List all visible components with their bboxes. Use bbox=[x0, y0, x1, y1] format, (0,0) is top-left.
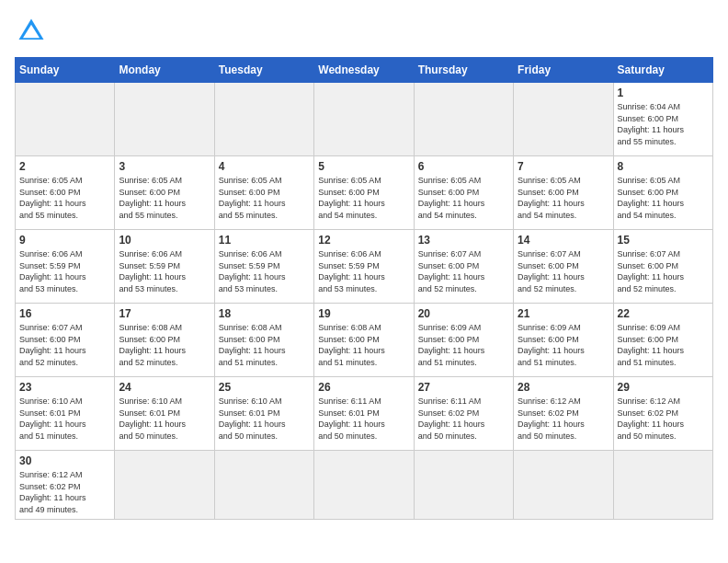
calendar-cell: 5Sunrise: 6:05 AM Sunset: 6:00 PM Daylig… bbox=[314, 156, 414, 230]
day-number: 7 bbox=[518, 160, 609, 173]
day-number: 11 bbox=[219, 234, 310, 247]
calendar-cell: 14Sunrise: 6:07 AM Sunset: 6:00 PM Dayli… bbox=[514, 230, 613, 304]
day-number: 12 bbox=[318, 234, 409, 247]
calendar-cell bbox=[514, 83, 613, 156]
day-info: Sunrise: 6:07 AM Sunset: 6:00 PM Dayligh… bbox=[19, 322, 110, 368]
calendar-cell: 8Sunrise: 6:05 AM Sunset: 6:00 PM Daylig… bbox=[613, 156, 712, 230]
day-number: 2 bbox=[19, 160, 110, 173]
day-info: Sunrise: 6:05 AM Sunset: 6:00 PM Dayligh… bbox=[418, 175, 509, 221]
calendar-cell: 21Sunrise: 6:09 AM Sunset: 6:00 PM Dayli… bbox=[514, 304, 613, 377]
calendar-cell: 28Sunrise: 6:12 AM Sunset: 6:02 PM Dayli… bbox=[514, 377, 613, 451]
day-number: 27 bbox=[418, 381, 509, 394]
day-info: Sunrise: 6:05 AM Sunset: 6:00 PM Dayligh… bbox=[618, 175, 709, 221]
week-row-5: 30Sunrise: 6:12 AM Sunset: 6:02 PM Dayli… bbox=[16, 451, 713, 520]
calendar-cell bbox=[214, 451, 313, 520]
calendar-cell bbox=[115, 83, 214, 156]
week-row-0: 1Sunrise: 6:04 AM Sunset: 6:00 PM Daylig… bbox=[16, 83, 713, 156]
calendar-cell: 17Sunrise: 6:08 AM Sunset: 6:00 PM Dayli… bbox=[115, 304, 214, 377]
day-info: Sunrise: 6:07 AM Sunset: 6:00 PM Dayligh… bbox=[518, 248, 609, 294]
week-row-1: 2Sunrise: 6:05 AM Sunset: 6:00 PM Daylig… bbox=[16, 156, 713, 230]
day-number: 30 bbox=[19, 454, 110, 467]
day-info: Sunrise: 6:07 AM Sunset: 6:00 PM Dayligh… bbox=[418, 248, 509, 294]
day-number: 26 bbox=[318, 381, 409, 394]
day-info: Sunrise: 6:08 AM Sunset: 6:00 PM Dayligh… bbox=[119, 322, 210, 368]
logo bbox=[15, 15, 53, 48]
day-number: 15 bbox=[618, 234, 709, 247]
calendar-header: SundayMondayTuesdayWednesdayThursdayFrid… bbox=[16, 58, 713, 83]
day-number: 22 bbox=[618, 307, 709, 320]
calendar-cell bbox=[214, 83, 313, 156]
calendar-cell: 1Sunrise: 6:04 AM Sunset: 6:00 PM Daylig… bbox=[613, 83, 712, 156]
day-info: Sunrise: 6:11 AM Sunset: 6:01 PM Dayligh… bbox=[318, 396, 409, 442]
day-number: 8 bbox=[618, 160, 709, 173]
calendar-cell: 9Sunrise: 6:06 AM Sunset: 5:59 PM Daylig… bbox=[16, 230, 115, 304]
day-number: 10 bbox=[119, 234, 210, 247]
calendar-cell: 19Sunrise: 6:08 AM Sunset: 6:00 PM Dayli… bbox=[314, 304, 414, 377]
calendar-cell bbox=[16, 83, 115, 156]
calendar-cell: 25Sunrise: 6:10 AM Sunset: 6:01 PM Dayli… bbox=[214, 377, 313, 451]
day-number: 14 bbox=[518, 234, 609, 247]
calendar-body: 1Sunrise: 6:04 AM Sunset: 6:00 PM Daylig… bbox=[16, 83, 713, 520]
day-number: 13 bbox=[418, 234, 509, 247]
calendar-cell bbox=[414, 83, 513, 156]
day-info: Sunrise: 6:12 AM Sunset: 6:02 PM Dayligh… bbox=[518, 396, 609, 442]
calendar-cell bbox=[514, 451, 613, 520]
day-header-thursday: Thursday bbox=[414, 58, 513, 83]
day-number: 19 bbox=[318, 307, 409, 320]
day-info: Sunrise: 6:05 AM Sunset: 6:00 PM Dayligh… bbox=[219, 175, 310, 221]
week-row-3: 16Sunrise: 6:07 AM Sunset: 6:00 PM Dayli… bbox=[16, 304, 713, 377]
day-info: Sunrise: 6:10 AM Sunset: 6:01 PM Dayligh… bbox=[219, 396, 310, 442]
calendar-cell: 24Sunrise: 6:10 AM Sunset: 6:01 PM Dayli… bbox=[115, 377, 214, 451]
day-info: Sunrise: 6:09 AM Sunset: 6:00 PM Dayligh… bbox=[518, 322, 609, 368]
day-header-monday: Monday bbox=[115, 58, 214, 83]
page-header bbox=[15, 15, 713, 48]
day-number: 5 bbox=[318, 160, 409, 173]
day-info: Sunrise: 6:11 AM Sunset: 6:02 PM Dayligh… bbox=[418, 396, 509, 442]
calendar-cell: 15Sunrise: 6:07 AM Sunset: 6:00 PM Dayli… bbox=[613, 230, 712, 304]
calendar-cell: 16Sunrise: 6:07 AM Sunset: 6:00 PM Dayli… bbox=[16, 304, 115, 377]
week-row-2: 9Sunrise: 6:06 AM Sunset: 5:59 PM Daylig… bbox=[16, 230, 713, 304]
calendar-cell: 27Sunrise: 6:11 AM Sunset: 6:02 PM Dayli… bbox=[414, 377, 513, 451]
calendar-table: SundayMondayTuesdayWednesdayThursdayFrid… bbox=[15, 57, 713, 520]
calendar-cell: 26Sunrise: 6:11 AM Sunset: 6:01 PM Dayli… bbox=[314, 377, 414, 451]
day-number: 24 bbox=[119, 381, 210, 394]
day-number: 6 bbox=[418, 160, 509, 173]
calendar-cell: 2Sunrise: 6:05 AM Sunset: 6:00 PM Daylig… bbox=[16, 156, 115, 230]
day-number: 28 bbox=[518, 381, 609, 394]
day-info: Sunrise: 6:12 AM Sunset: 6:02 PM Dayligh… bbox=[19, 469, 110, 515]
calendar-cell bbox=[414, 451, 513, 520]
calendar-cell: 18Sunrise: 6:08 AM Sunset: 6:00 PM Dayli… bbox=[214, 304, 313, 377]
calendar-cell: 3Sunrise: 6:05 AM Sunset: 6:00 PM Daylig… bbox=[115, 156, 214, 230]
day-header-friday: Friday bbox=[514, 58, 613, 83]
day-number: 17 bbox=[119, 307, 210, 320]
day-info: Sunrise: 6:06 AM Sunset: 5:59 PM Dayligh… bbox=[318, 248, 409, 294]
calendar-cell: 30Sunrise: 6:12 AM Sunset: 6:02 PM Dayli… bbox=[16, 451, 115, 520]
day-number: 23 bbox=[19, 381, 110, 394]
day-info: Sunrise: 6:09 AM Sunset: 6:00 PM Dayligh… bbox=[418, 322, 509, 368]
day-info: Sunrise: 6:05 AM Sunset: 6:00 PM Dayligh… bbox=[119, 175, 210, 221]
day-info: Sunrise: 6:06 AM Sunset: 5:59 PM Dayligh… bbox=[19, 248, 110, 294]
calendar-cell: 6Sunrise: 6:05 AM Sunset: 6:00 PM Daylig… bbox=[414, 156, 513, 230]
day-number: 9 bbox=[19, 234, 110, 247]
calendar-cell bbox=[314, 83, 414, 156]
day-info: Sunrise: 6:08 AM Sunset: 6:00 PM Dayligh… bbox=[219, 322, 310, 368]
day-info: Sunrise: 6:05 AM Sunset: 6:00 PM Dayligh… bbox=[318, 175, 409, 221]
day-number: 16 bbox=[19, 307, 110, 320]
day-number: 1 bbox=[618, 86, 709, 99]
day-header-sunday: Sunday bbox=[16, 58, 115, 83]
calendar-cell: 4Sunrise: 6:05 AM Sunset: 6:00 PM Daylig… bbox=[214, 156, 313, 230]
day-number: 20 bbox=[418, 307, 509, 320]
calendar-cell: 29Sunrise: 6:12 AM Sunset: 6:02 PM Dayli… bbox=[613, 377, 712, 451]
day-info: Sunrise: 6:06 AM Sunset: 5:59 PM Dayligh… bbox=[219, 248, 310, 294]
calendar-cell bbox=[613, 451, 712, 520]
day-info: Sunrise: 6:04 AM Sunset: 6:00 PM Dayligh… bbox=[618, 101, 709, 147]
day-info: Sunrise: 6:10 AM Sunset: 6:01 PM Dayligh… bbox=[119, 396, 210, 442]
day-number: 18 bbox=[219, 307, 310, 320]
day-info: Sunrise: 6:06 AM Sunset: 5:59 PM Dayligh… bbox=[119, 248, 210, 294]
header-row: SundayMondayTuesdayWednesdayThursdayFrid… bbox=[16, 58, 713, 83]
logo-icon bbox=[15, 15, 48, 48]
day-header-tuesday: Tuesday bbox=[214, 58, 313, 83]
calendar-cell: 7Sunrise: 6:05 AM Sunset: 6:00 PM Daylig… bbox=[514, 156, 613, 230]
calendar-cell: 22Sunrise: 6:09 AM Sunset: 6:00 PM Dayli… bbox=[613, 304, 712, 377]
calendar-cell bbox=[314, 451, 414, 520]
